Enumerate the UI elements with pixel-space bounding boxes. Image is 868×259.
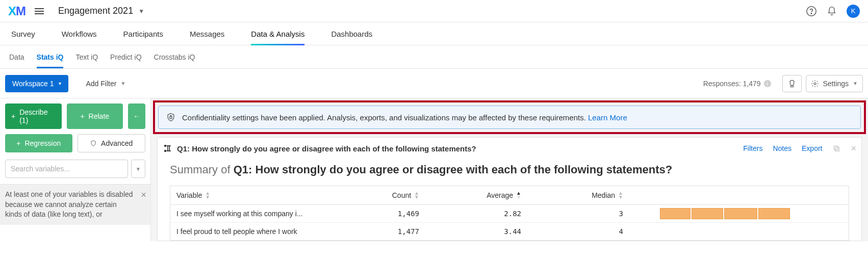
cell-variable: I feel proud to tell people where I work bbox=[170, 223, 323, 240]
chevron-down-icon: ▼ bbox=[136, 166, 141, 172]
card-actions: Filters Notes Export × bbox=[743, 143, 856, 154]
close-card-icon[interactable]: × bbox=[851, 143, 856, 154]
advanced-button[interactable]: Advanced bbox=[78, 134, 146, 152]
responses-count: Responses: 1,479 i bbox=[703, 80, 771, 88]
subtab-predict-iq[interactable]: Predict iQ bbox=[110, 46, 141, 68]
cell-average: 3.44 bbox=[425, 223, 527, 240]
th-chart bbox=[629, 186, 849, 204]
card-notes-link[interactable]: Notes bbox=[773, 144, 792, 152]
settings-button[interactable]: Settings ▼ bbox=[806, 75, 863, 92]
svg-point-5 bbox=[165, 150, 166, 152]
avatar-initial: K bbox=[851, 7, 856, 15]
th-average[interactable]: Average ▲▼ bbox=[425, 186, 527, 204]
th-median[interactable]: Median ▲▼ bbox=[527, 186, 629, 204]
logo-m: M bbox=[16, 4, 25, 18]
tab-workflows[interactable]: Workflows bbox=[62, 22, 97, 45]
search-dropdown-toggle[interactable]: ▼ bbox=[131, 160, 145, 178]
info-icon[interactable]: i bbox=[764, 80, 771, 87]
tab-dashboards[interactable]: Dashboards bbox=[331, 22, 372, 45]
duplicate-icon[interactable] bbox=[832, 144, 840, 152]
variable-disabled-notice: At least one of your variables is disabl… bbox=[0, 184, 150, 225]
toolbar: Workspace 1 ▾ Add Filter ▼ Responses: 1,… bbox=[0, 69, 868, 98]
summary-table: Variable ▲▼ Count ▲▼ Average ▲▼ Median ▲… bbox=[170, 186, 849, 241]
project-selector[interactable]: Engagement 2021 ▼ bbox=[58, 6, 144, 16]
workspace-label: Workspace 1 bbox=[12, 80, 54, 88]
card-header: Q1: How strongly do you agree or disagre… bbox=[158, 138, 861, 157]
subtab-stats-iq[interactable]: Stats iQ bbox=[37, 46, 64, 68]
settings-label: Settings bbox=[823, 80, 849, 88]
cell-median: 4 bbox=[527, 223, 629, 240]
user-avatar[interactable]: K bbox=[847, 5, 860, 18]
chevron-down-icon: ▼ bbox=[138, 8, 144, 15]
main-tabs: Survey Workflows Participants Messages D… bbox=[0, 22, 868, 45]
variable-icon bbox=[163, 143, 173, 154]
cell-count: 1,469 bbox=[323, 205, 425, 222]
table-row[interactable]: I see myself working at this company i..… bbox=[170, 205, 849, 223]
tab-data-analysis[interactable]: Data & Analysis bbox=[251, 22, 304, 45]
th-variable[interactable]: Variable ▲▼ bbox=[170, 186, 323, 204]
svg-point-1 bbox=[811, 13, 811, 13]
cell-distribution-chart bbox=[629, 205, 849, 222]
add-filter-button[interactable]: Add Filter ▼ bbox=[86, 80, 125, 88]
sort-icon: ▲▼ bbox=[618, 191, 623, 199]
subtab-data[interactable]: Data bbox=[9, 46, 24, 68]
svg-point-4 bbox=[165, 145, 166, 147]
learning-icon-button[interactable] bbox=[782, 75, 802, 92]
relate-label: Relate bbox=[89, 112, 109, 120]
sort-icon: ▲▼ bbox=[205, 191, 210, 199]
sort-icon: ▲▼ bbox=[516, 191, 521, 199]
confidentiality-alert: Confidentiality settings have been appli… bbox=[158, 106, 861, 129]
help-icon[interactable] bbox=[804, 4, 819, 19]
sub-tabs: Data Stats iQ Text iQ Predict iQ Crossta… bbox=[0, 45, 868, 69]
table-row[interactable]: I feel proud to tell people where I work… bbox=[170, 223, 849, 240]
tab-participants[interactable]: Participants bbox=[123, 22, 163, 45]
advanced-label: Advanced bbox=[101, 139, 133, 147]
subtab-crosstabs-iq[interactable]: Crosstabs iQ bbox=[154, 46, 195, 68]
summary-title: Summary of Q1: How strongly do you agree… bbox=[158, 157, 861, 183]
chevron-down-icon: ▾ bbox=[59, 81, 61, 86]
svg-rect-6 bbox=[834, 146, 838, 149]
svg-point-2 bbox=[814, 83, 816, 85]
search-variables-input[interactable] bbox=[5, 160, 128, 178]
describe-label: Describe (1) bbox=[19, 108, 55, 124]
chevron-down-icon: ▼ bbox=[853, 81, 858, 86]
card-export-link[interactable]: Export bbox=[802, 144, 822, 152]
sort-icon: ▲▼ bbox=[414, 191, 419, 199]
cell-variable: I see myself working at this company i..… bbox=[170, 205, 323, 222]
project-name-label: Engagement 2021 bbox=[58, 6, 133, 16]
relate-button[interactable]: + Relate bbox=[67, 103, 123, 129]
cell-count: 1,477 bbox=[323, 223, 425, 240]
arrow-left-icon: ← bbox=[133, 112, 140, 120]
chevron-down-icon: ▼ bbox=[120, 81, 125, 86]
notice-text: At least one of your variables is disabl… bbox=[5, 190, 133, 218]
workspace-selector[interactable]: Workspace 1 ▾ bbox=[5, 75, 68, 92]
svg-rect-7 bbox=[835, 147, 839, 151]
regression-button[interactable]: + Regression bbox=[5, 134, 72, 152]
xm-logo[interactable]: XM bbox=[8, 4, 25, 18]
top-bar: XM Engagement 2021 ▼ K bbox=[0, 0, 868, 22]
main-content: Confidentiality settings have been appli… bbox=[151, 98, 868, 241]
confidentiality-highlight: Confidentiality settings have been appli… bbox=[153, 100, 866, 134]
gear-icon bbox=[811, 80, 819, 88]
learn-more-link[interactable]: Learn More bbox=[588, 113, 627, 122]
sidebar: + Describe (1) + Relate ← + Regression A… bbox=[0, 98, 151, 241]
notifications-icon[interactable] bbox=[824, 4, 839, 19]
shield-lock-icon bbox=[166, 112, 176, 122]
close-icon[interactable]: × bbox=[141, 189, 146, 201]
cell-average: 2.82 bbox=[425, 205, 527, 222]
table-header-row: Variable ▲▼ Count ▲▼ Average ▲▼ Median ▲… bbox=[170, 186, 849, 205]
subtab-text-iq[interactable]: Text iQ bbox=[75, 46, 98, 68]
analysis-card: Q1: How strongly do you agree or disagre… bbox=[157, 137, 862, 241]
tab-survey[interactable]: Survey bbox=[11, 22, 35, 45]
alert-text: Confidentiality settings have been appli… bbox=[182, 113, 627, 122]
card-filters-link[interactable]: Filters bbox=[743, 144, 762, 152]
hamburger-menu-icon[interactable] bbox=[35, 8, 44, 14]
describe-button[interactable]: + Describe (1) bbox=[5, 103, 62, 129]
th-count[interactable]: Count ▲▼ bbox=[323, 186, 425, 204]
regression-label: Regression bbox=[24, 139, 61, 147]
relate-back-button[interactable]: ← bbox=[128, 103, 145, 129]
tab-messages[interactable]: Messages bbox=[190, 22, 224, 45]
shield-icon bbox=[90, 140, 97, 147]
cell-distribution-chart bbox=[629, 223, 849, 240]
responses-label: Responses: 1,479 bbox=[703, 80, 761, 88]
